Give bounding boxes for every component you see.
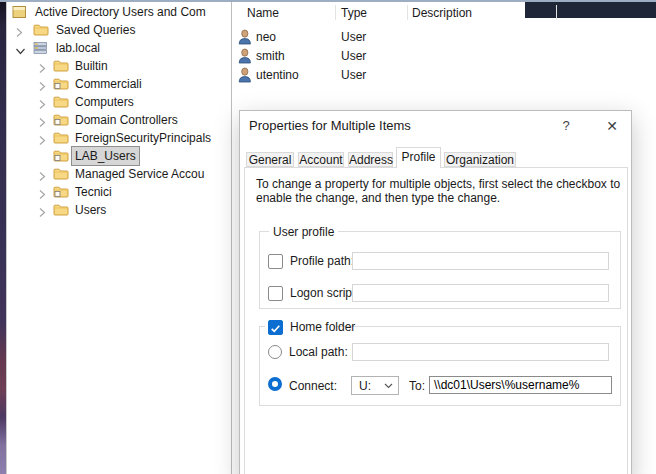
logon-script-input[interactable]	[352, 284, 609, 302]
user-profile-group-label: User profile	[269, 225, 338, 239]
home-folder-group: Home folder Local path: Connect: U: To: …	[259, 326, 621, 406]
console-root-icon	[12, 5, 27, 19]
ou-folder-icon	[53, 113, 69, 126]
checkmark-icon	[269, 322, 282, 335]
folder-icon	[53, 95, 69, 108]
column-separator[interactable]	[407, 5, 408, 20]
help-button[interactable]: ?	[555, 115, 577, 137]
tree-item-domain-controllers[interactable]: Domain Controllers	[7, 111, 231, 129]
drive-letter-select[interactable]: U:	[351, 376, 399, 395]
dialog-description: To change a property for multiple object…	[256, 177, 620, 205]
object-type: User	[341, 28, 366, 46]
logon-script-label: Logon script:	[290, 286, 359, 301]
tree-item-label: lab.local	[53, 39, 103, 57]
drive-letter-value: U:	[359, 379, 371, 393]
logon-script-checkbox[interactable]	[268, 286, 283, 301]
tree-item-label: ForeignSecurityPrincipals	[72, 129, 214, 147]
tab-organization[interactable]: Organization	[444, 152, 516, 167]
tree-item-commerciali[interactable]: Commerciali	[7, 75, 231, 93]
dialog-title: Properties for Multiple Items	[249, 118, 411, 133]
tab-address[interactable]: Address	[348, 152, 393, 167]
folder-icon	[53, 203, 69, 216]
tree-item-label: Users	[72, 201, 109, 219]
tab-profile[interactable]: Profile	[396, 147, 441, 168]
tree-item-tecnici[interactable]: Tecnici	[7, 183, 231, 201]
properties-dialog: Properties for Multiple Items ? ✕ Genera…	[239, 110, 632, 474]
tree-item-lab-users[interactable]: LAB_Users	[7, 147, 231, 165]
tree-item-saved-queries[interactable]: Saved Queries	[7, 21, 231, 39]
tree-item-label: Tecnici	[72, 183, 115, 201]
tab-account[interactable]: Account	[298, 152, 344, 167]
column-header-name[interactable]: Name	[247, 5, 279, 21]
expand-arrow-icon[interactable]	[38, 189, 47, 200]
object-name: smith	[256, 47, 285, 65]
expand-arrow-icon[interactable]	[38, 135, 47, 146]
expand-arrow-icon[interactable]	[38, 207, 47, 218]
tree-item-label: LAB_Users	[72, 147, 139, 165]
tree-item-foreignsecurityprincipals[interactable]: ForeignSecurityPrincipals	[7, 129, 231, 147]
panel-separator[interactable]	[231, 2, 232, 474]
expand-arrow-icon[interactable]	[38, 117, 47, 128]
close-icon[interactable]: ✕	[601, 115, 623, 137]
column-header-description[interactable]: Description	[412, 5, 472, 21]
console-tree-panel: Active Directory Users and ComSaved Quer…	[7, 2, 231, 474]
aduc-window: Active Directory Users and ComSaved Quer…	[0, 0, 656, 474]
tree-item-label: Managed Service Accou	[72, 165, 207, 183]
tree-item-label: Active Directory Users and Com	[32, 3, 209, 21]
column-separator[interactable]	[335, 5, 336, 20]
user-icon	[238, 29, 252, 45]
expand-arrow-icon[interactable]	[38, 99, 47, 110]
column-separator[interactable]	[556, 5, 557, 20]
tree-item-users[interactable]: Users	[7, 201, 231, 219]
user-icon	[238, 48, 252, 64]
expand-arrow-icon[interactable]	[15, 27, 24, 38]
tab-general[interactable]: General	[246, 152, 294, 167]
folder-icon	[53, 59, 69, 72]
domain-icon	[33, 41, 48, 55]
object-name: utentino	[256, 66, 299, 84]
expand-arrow-icon[interactable]	[38, 63, 47, 74]
home-folder-checkbox[interactable]	[268, 320, 283, 335]
tree-item-label: Commerciali	[72, 75, 145, 93]
tree-item-managed-service-accou[interactable]: Managed Service Accou	[7, 165, 231, 183]
user-profile-group: User profile Profile path: Logon script:	[259, 231, 621, 309]
folder-icon	[53, 167, 69, 180]
profile-path-input[interactable]	[352, 252, 609, 270]
profile-path-label: Profile path:	[290, 254, 354, 269]
connect-label: Connect:	[289, 379, 337, 394]
local-path-radio[interactable]	[268, 345, 282, 359]
local-path-label: Local path:	[289, 345, 348, 360]
ou-folder-icon	[53, 185, 69, 198]
connect-radio[interactable]	[268, 377, 282, 391]
tree-item-label: Domain Controllers	[72, 111, 181, 129]
folder-icon	[53, 131, 69, 144]
tree-item-label: Computers	[72, 93, 137, 111]
local-path-input[interactable]	[352, 343, 609, 361]
expand-arrow-icon[interactable]	[38, 171, 47, 182]
to-label: To:	[409, 379, 425, 394]
ou-folder-icon	[53, 149, 69, 162]
object-type: User	[341, 66, 366, 84]
collapse-arrow-icon[interactable]	[15, 47, 26, 56]
tree-item-lab-local[interactable]: lab.local	[7, 39, 231, 57]
tree-item-computers[interactable]: Computers	[7, 93, 231, 111]
chevron-down-icon	[384, 383, 393, 389]
column-header-type[interactable]: Type	[341, 5, 367, 21]
tree-item-builtin[interactable]: Builtin	[7, 57, 231, 75]
user-icon	[238, 67, 252, 83]
ou-folder-icon	[53, 77, 69, 90]
expand-arrow-icon[interactable]	[38, 81, 47, 92]
tree-item-active-directory-users-and-com[interactable]: Active Directory Users and Com	[7, 3, 231, 21]
object-type: User	[341, 47, 366, 65]
tree-item-label: Builtin	[72, 57, 111, 75]
profile-path-checkbox[interactable]	[268, 254, 283, 269]
home-folder-label: Home folder	[290, 320, 355, 335]
object-name: neo	[256, 28, 276, 46]
tree-item-label: Saved Queries	[53, 21, 138, 39]
connect-path-input[interactable]: \\dc01\Users\%username%	[429, 376, 612, 394]
folder-icon	[33, 23, 49, 36]
